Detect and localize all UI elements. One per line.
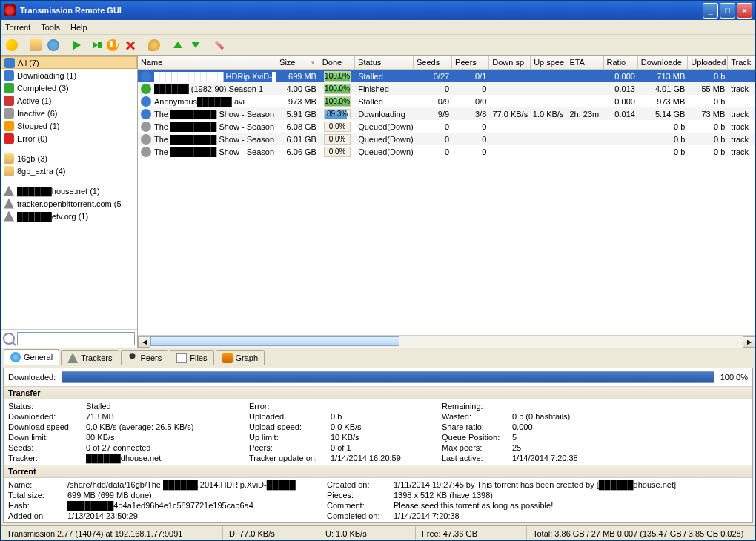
col-name[interactable]: Name (138, 56, 276, 69)
tab-general[interactable]: General (4, 349, 59, 365)
open-torrent-button[interactable] (27, 37, 44, 53)
move-up-button[interactable] (170, 37, 186, 53)
options-icon (215, 40, 225, 50)
col-ratio[interactable]: Ratio (604, 56, 638, 69)
window-title: Transmission Remote GUI (20, 6, 703, 15)
col-tracker[interactable]: Track (728, 56, 755, 69)
stop-icon (4, 121, 14, 131)
transfer-header: Transfer (4, 386, 752, 399)
info-icon (10, 352, 21, 362)
torrent-fields: Name:/share/hdd/data/16gb/The.██████.201… (4, 478, 752, 522)
col-uploaded[interactable]: Uploaded (688, 56, 728, 69)
status-icon (141, 122, 151, 132)
col-seeds[interactable]: Seeds (414, 56, 452, 69)
filter-inact[interactable]: Inactive (6) (1, 107, 137, 119)
torrent-header: Torrent (4, 465, 752, 478)
remove-button[interactable] (122, 37, 139, 53)
tab-peers[interactable]: Peers (121, 350, 169, 365)
tab-trackers[interactable]: Trackers (61, 350, 119, 365)
status-icon (141, 71, 151, 82)
col-upspeed[interactable]: Up spee (531, 56, 566, 69)
col-peers[interactable]: Peers (452, 56, 489, 69)
dl-icon (4, 70, 14, 81)
status-bar: Transmission 2.77 (14074) at 192.168.1.7… (1, 525, 755, 540)
folder-item[interactable]: 16gb (3) (1, 152, 137, 165)
torrent-row[interactable]: ██████ (1982-90) Season 14.00 GB100.0%Fi… (138, 82, 755, 95)
scroll-thumb[interactable] (150, 336, 399, 346)
torrent-row[interactable]: The ████████ Show - Season 46.08 GB0.0%Q… (138, 120, 755, 133)
horizontal-scrollbar[interactable]: ◀ ▶ (138, 335, 755, 348)
tracker-item[interactable]: ██████house.net (1) (1, 185, 137, 197)
torrent-row[interactable]: The ████████ Show - Season 15.91 GB89.3%… (138, 107, 755, 120)
filter-done[interactable]: Completed (3) (1, 82, 137, 94)
tracker-item[interactable]: tracker.openbittorrent.com (5 (1, 197, 137, 210)
menu-tools[interactable]: Tools (41, 23, 60, 32)
altspeed-button[interactable] (146, 37, 162, 53)
options-button[interactable] (211, 37, 228, 53)
torrent-row[interactable]: The ████████ Show - Season 26.06 GB0.0%Q… (138, 145, 755, 158)
down-icon (191, 42, 200, 48)
tracker-icon (4, 199, 14, 209)
torrent-row[interactable]: ████████████.HDRip.XviD-█████699 MB100.0… (138, 70, 755, 82)
tab-graph[interactable]: Graph (216, 350, 265, 365)
move-down-button[interactable] (188, 37, 204, 53)
toolbar (1, 35, 755, 56)
status-free: Free: 47.36 GB (416, 526, 527, 540)
search-icon (3, 333, 15, 345)
col-status[interactable]: Status (355, 56, 414, 69)
torrent-row[interactable]: The ████████ Show - Season 36.01 GB0.0%Q… (138, 133, 755, 145)
act-icon (4, 96, 14, 106)
err-icon (4, 133, 14, 144)
filter-all[interactable]: All (7) (1, 56, 137, 69)
col-downspeed[interactable]: Down sp (489, 56, 531, 69)
peers-icon (127, 353, 138, 363)
detail-tabs: General Trackers Peers Files Graph (1, 348, 755, 365)
start-button[interactable] (69, 37, 85, 53)
graph-icon (222, 353, 233, 363)
filter-err[interactable]: Error (0) (1, 132, 137, 145)
downloaded-label: Downloaded: (8, 373, 56, 382)
tab-files[interactable]: Files (170, 350, 213, 365)
torrent-grid: Name Size▼ Done Status Seeds Peers Down … (138, 56, 755, 348)
all-icon (4, 58, 15, 68)
status-icon (141, 147, 151, 157)
col-size[interactable]: Size▼ (276, 56, 319, 69)
minimize-button[interactable]: _ (703, 3, 718, 19)
folder-item[interactable]: 8gb_extra (4) (1, 165, 137, 177)
menu-bar: Torrent Tools Help (1, 20, 755, 35)
filter-act[interactable]: Active (1) (1, 94, 137, 107)
close-button[interactable]: × (737, 3, 752, 19)
files-icon (176, 353, 187, 363)
folder-icon (4, 153, 14, 164)
status-down: D: 77.0 KB/s (223, 526, 319, 540)
tracker-item[interactable]: ██████etv.org (1) (1, 210, 137, 222)
status-icon (141, 134, 151, 145)
filter-dl[interactable]: Downloading (1) (1, 69, 137, 82)
connect-button[interactable] (4, 37, 20, 53)
tracker-icon (4, 211, 14, 222)
scroll-right-icon[interactable]: ▶ (743, 336, 755, 348)
downloaded-bar (62, 371, 714, 383)
details-panel: Downloaded: 100.0% Transfer Status:Stall… (3, 368, 753, 523)
scroll-left-icon[interactable]: ◀ (138, 336, 150, 348)
pause-button[interactable] (105, 37, 121, 53)
start-all-button[interactable] (87, 37, 103, 53)
torrent-row[interactable]: Anonymous██████.avi973 MB100.0%Stalled0/… (138, 95, 755, 107)
title-bar: Transmission Remote GUI _ □ × (1, 1, 755, 20)
search-input[interactable] (17, 332, 135, 345)
play-all-icon (93, 42, 98, 49)
app-icon (4, 4, 16, 16)
menu-help[interactable]: Help (70, 23, 87, 32)
col-eta[interactable]: ETA (566, 56, 603, 69)
tracker-icon (4, 186, 14, 196)
folder-icon (4, 166, 14, 176)
status-up: U: 1.0 KB/s (319, 526, 416, 540)
maximize-button[interactable]: □ (720, 3, 735, 19)
col-downloaded[interactable]: Downloade (638, 56, 688, 69)
add-link-button[interactable] (45, 37, 62, 53)
menu-torrent[interactable]: Torrent (5, 23, 30, 32)
col-done[interactable]: Done (319, 56, 355, 69)
filter-stop[interactable]: Stopped (1) (1, 119, 137, 132)
folder-icon (30, 39, 42, 51)
inact-icon (4, 108, 14, 119)
